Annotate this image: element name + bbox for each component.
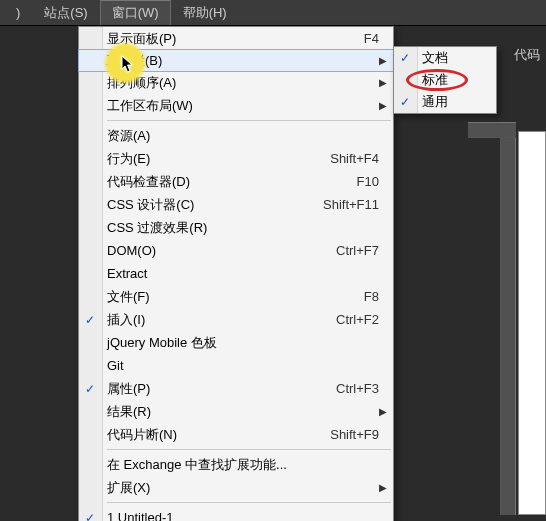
check-icon: ✓ xyxy=(85,313,95,327)
menu-item-insert[interactable]: ✓ 插入(I) Ctrl+F2 xyxy=(79,308,393,331)
shortcut: Shift+F11 xyxy=(323,197,379,212)
menu-separator xyxy=(107,120,391,121)
menu-separator xyxy=(107,502,391,503)
check-icon: ✓ xyxy=(400,51,410,65)
submenu-item-document[interactable]: ✓ 文档 xyxy=(394,47,496,69)
menu-item-toolbars[interactable]: 工具栏(B) ▶ xyxy=(78,49,394,72)
menu-item-arrange[interactable]: 排列顺序(A) ▶ xyxy=(79,71,393,94)
menu-item-assets[interactable]: 资源(A) xyxy=(79,124,393,147)
shortcut: F10 xyxy=(357,174,379,189)
ruler-vertical xyxy=(500,138,516,515)
shortcut: Ctrl+F7 xyxy=(336,243,379,258)
shortcut: F4 xyxy=(364,31,379,46)
menubar-item-help[interactable]: 帮助(H) xyxy=(171,0,239,25)
menu-item-exchange[interactable]: 在 Exchange 中查找扩展功能... xyxy=(79,453,393,476)
shortcut: Shift+F9 xyxy=(330,427,379,442)
ruler-horizontal xyxy=(468,122,516,138)
menu-item-css-transitions[interactable]: CSS 过渡效果(R) xyxy=(79,216,393,239)
menu-item-git[interactable]: Git xyxy=(79,354,393,377)
menu-item-snippets[interactable]: 代码片断(N) Shift+F9 xyxy=(79,423,393,446)
shortcut: Ctrl+F3 xyxy=(336,381,379,396)
shortcut: Shift+F4 xyxy=(330,151,379,166)
check-icon: ✓ xyxy=(85,382,95,396)
menu-item-results[interactable]: 结果(R) ▶ xyxy=(79,400,393,423)
menubar-item-window[interactable]: 窗口(W) xyxy=(100,0,171,25)
menu-item-doc-1[interactable]: ✓ 1 Untitled-1 xyxy=(79,506,393,521)
check-icon: ✓ xyxy=(400,95,410,109)
submenu-arrow-icon: ▶ xyxy=(379,406,387,417)
shortcut: Ctrl+F2 xyxy=(336,312,379,327)
toolbars-submenu: ✓ 文档 标准 ✓ 通用 xyxy=(393,46,497,114)
submenu-arrow-icon: ▶ xyxy=(379,55,387,66)
menu-item-extract[interactable]: Extract xyxy=(79,262,393,285)
menu-item-files[interactable]: 文件(F) F8 xyxy=(79,285,393,308)
menu-item-extensions[interactable]: 扩展(X) ▶ xyxy=(79,476,393,499)
menu-item-properties[interactable]: ✓ 属性(P) Ctrl+F3 xyxy=(79,377,393,400)
menu-item-show-panels[interactable]: 显示面板(P) F4 xyxy=(79,27,393,50)
menu-item-dom[interactable]: DOM(O) Ctrl+F7 xyxy=(79,239,393,262)
submenu-arrow-icon: ▶ xyxy=(379,482,387,493)
shortcut: F8 xyxy=(364,289,379,304)
menu-item-css-designer[interactable]: CSS 设计器(C) Shift+F11 xyxy=(79,193,393,216)
submenu-arrow-icon: ▶ xyxy=(379,100,387,111)
submenu-arrow-icon: ▶ xyxy=(379,77,387,88)
menubar-item-site[interactable]: 站点(S) xyxy=(32,0,99,25)
panel-tab-label[interactable]: 代码 xyxy=(514,46,540,64)
document-canvas[interactable] xyxy=(518,131,546,515)
menubar-item-partial[interactable]: ) xyxy=(4,0,32,25)
menu-item-jquery-mobile[interactable]: jQuery Mobile 色板 xyxy=(79,331,393,354)
window-menu: 显示面板(P) F4 工具栏(B) ▶ 排列顺序(A) ▶ 工作区布局(W) ▶… xyxy=(78,26,394,521)
submenu-item-standard[interactable]: 标准 xyxy=(394,69,496,91)
check-icon: ✓ xyxy=(85,511,95,522)
submenu-item-common[interactable]: ✓ 通用 xyxy=(394,91,496,113)
menu-item-workspace-layout[interactable]: 工作区布局(W) ▶ xyxy=(79,94,393,117)
menu-separator xyxy=(107,449,391,450)
menubar: ) 站点(S) 窗口(W) 帮助(H) xyxy=(0,0,546,26)
menu-item-code-inspector[interactable]: 代码检查器(D) F10 xyxy=(79,170,393,193)
menu-item-behaviors[interactable]: 行为(E) Shift+F4 xyxy=(79,147,393,170)
